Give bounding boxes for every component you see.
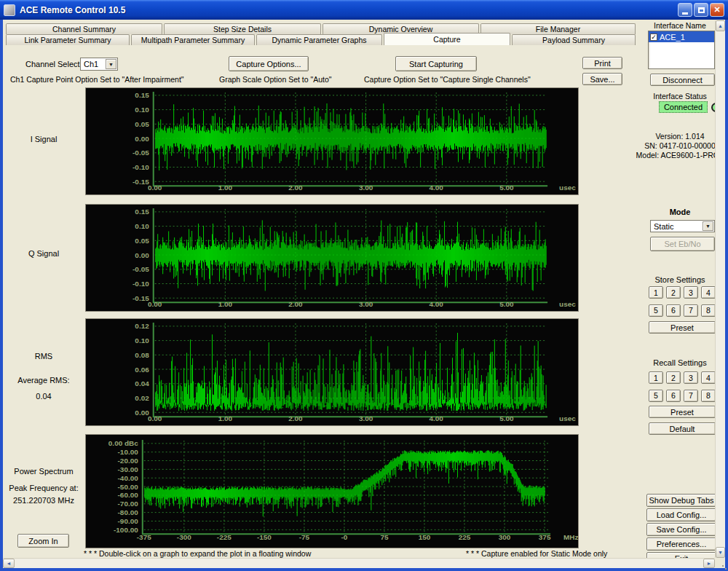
resize-grip[interactable] bbox=[715, 558, 725, 568]
svg-text:-20.00: -20.00 bbox=[118, 457, 139, 465]
recall-button-5[interactable]: 5 bbox=[649, 390, 663, 402]
channel-select-combo[interactable]: Ch1 ▼ bbox=[80, 58, 118, 71]
svg-text:-60.00: -60.00 bbox=[118, 491, 139, 499]
interface-list-item[interactable]: ✓ ACE_1 bbox=[649, 31, 714, 42]
recall-button-2[interactable]: 2 bbox=[666, 371, 681, 384]
recall-button-3[interactable]: 3 bbox=[684, 371, 698, 384]
svg-text:1.00: 1.00 bbox=[218, 414, 233, 422]
start-capturing-button[interactable]: Start Capturing bbox=[395, 56, 477, 71]
grip-dots-icon bbox=[722, 565, 724, 567]
store-button-2[interactable]: 2 bbox=[666, 286, 681, 299]
tab-channel-summary[interactable]: Channel Summary bbox=[6, 23, 162, 34]
recall-button-1[interactable]: 1 bbox=[649, 371, 663, 384]
power-spectrum-svg: 0.00 dBc-10.00-20.00-30.00-40.00-50.00-6… bbox=[86, 435, 578, 548]
chevron-down-icon[interactable]: ▼ bbox=[703, 221, 713, 231]
store-button-8[interactable]: 8 bbox=[701, 304, 716, 317]
recall-button-7[interactable]: 7 bbox=[684, 390, 698, 402]
store-button-5[interactable]: 5 bbox=[649, 304, 663, 317]
store-button-4[interactable]: 4 bbox=[701, 286, 716, 299]
svg-text:0.04: 0.04 bbox=[135, 379, 149, 387]
capture-point-status: Ch1 Capture Point Option Set to "After I… bbox=[10, 75, 184, 84]
rms-label: RMS bbox=[7, 352, 80, 361]
print-button[interactable]: Print bbox=[582, 57, 622, 69]
version-text: Version: 1.014 bbox=[641, 132, 719, 141]
svg-text:0.00: 0.00 bbox=[135, 251, 149, 259]
minimize-button[interactable] bbox=[678, 3, 692, 17]
svg-text:0.15: 0.15 bbox=[135, 91, 149, 99]
titlebar[interactable]: ACE Remote Control 10.5 ✕ bbox=[0, 0, 728, 20]
recall-preset-button[interactable]: Preset bbox=[649, 406, 716, 418]
svg-text:150: 150 bbox=[419, 533, 431, 541]
recall-button-4[interactable]: 4 bbox=[701, 371, 716, 384]
interface-listbox[interactable]: ✓ ACE_1 bbox=[648, 31, 715, 69]
power-spectrum-plot[interactable]: 0.00 dBc-10.00-20.00-30.00-40.00-50.00-6… bbox=[85, 434, 579, 548]
horizontal-scrollbar[interactable]: ◄ ► bbox=[3, 558, 715, 568]
svg-text:75: 75 bbox=[380, 533, 389, 541]
svg-text:-0.15: -0.15 bbox=[132, 294, 149, 302]
rms-plot[interactable]: 0.120.100.080.060.040.020.000.001.002.00… bbox=[85, 318, 579, 426]
close-button[interactable]: ✕ bbox=[710, 3, 724, 17]
svg-text:2.00: 2.00 bbox=[288, 300, 303, 308]
svg-text:-50.00: -50.00 bbox=[118, 483, 139, 491]
svg-text:-0.10: -0.10 bbox=[132, 280, 149, 288]
svg-text:-90.00: -90.00 bbox=[118, 517, 139, 525]
store-preset-button[interactable]: Preset bbox=[649, 321, 716, 334]
vertical-scrollbar[interactable]: ▲ ▼ bbox=[715, 20, 725, 558]
store-button-7[interactable]: 7 bbox=[684, 304, 698, 317]
channel-select-value: Ch1 bbox=[84, 60, 98, 68]
tab-payload-summary[interactable]: Payload Summary bbox=[512, 34, 636, 45]
power-spectrum-label: Power Spectrum bbox=[1, 467, 86, 476]
recall-button-8[interactable]: 8 bbox=[701, 390, 716, 402]
tab-link-parameter-summary[interactable]: Link Parameter Summary bbox=[6, 34, 130, 45]
zoom-in-button[interactable]: Zoom In bbox=[17, 534, 69, 548]
svg-text:0.00: 0.00 bbox=[135, 135, 149, 143]
svg-text:-0.05: -0.05 bbox=[132, 149, 149, 157]
set-ebno-button[interactable]: Set Eb/No bbox=[650, 237, 715, 251]
svg-text:0.02: 0.02 bbox=[135, 394, 149, 402]
q-signal-plot[interactable]: 0.150.100.050.00-0.05-0.10-0.150.001.002… bbox=[85, 204, 579, 312]
svg-text:0.06: 0.06 bbox=[135, 366, 149, 374]
disconnect-button[interactable]: Disconnect bbox=[650, 74, 715, 86]
store-button-3[interactable]: 3 bbox=[684, 286, 698, 299]
show-debug-tabs-button[interactable]: Show Debug Tabs bbox=[646, 494, 716, 507]
store-button-6[interactable]: 6 bbox=[666, 304, 681, 317]
footer-note-left: * * * Double-click on a graph to expand … bbox=[84, 549, 311, 558]
store-button-1[interactable]: 1 bbox=[649, 286, 663, 299]
scroll-down-icon[interactable]: ▼ bbox=[716, 547, 725, 558]
svg-text:-375: -375 bbox=[137, 533, 151, 541]
status-badge: Connected bbox=[659, 101, 708, 113]
default-button[interactable]: Default bbox=[649, 422, 716, 435]
svg-text:0.05: 0.05 bbox=[135, 237, 149, 245]
tab-multipath-parameter-summary[interactable]: Multipath Parameter Summary bbox=[131, 34, 255, 45]
close-icon: ✕ bbox=[713, 6, 720, 14]
chevron-down-icon[interactable]: ▼ bbox=[106, 59, 116, 69]
scroll-left-icon[interactable]: ◄ bbox=[3, 559, 15, 568]
load-config-button[interactable]: Load Config... bbox=[646, 508, 716, 521]
tab-dynamic-parameter-graphs[interactable]: Dynamic Parameter Graphs bbox=[256, 34, 382, 45]
svg-text:-0.05: -0.05 bbox=[132, 265, 149, 273]
svg-text:-150: -150 bbox=[257, 533, 272, 541]
minimize-icon bbox=[682, 12, 688, 15]
recall-settings-label: Recall Settings bbox=[644, 358, 716, 367]
svg-text:5.00: 5.00 bbox=[499, 414, 514, 422]
save-button[interactable]: Save... bbox=[582, 73, 622, 85]
save-config-button[interactable]: Save Config... bbox=[646, 523, 716, 536]
tab-capture[interactable]: Capture bbox=[384, 33, 510, 45]
window-border-right bbox=[725, 20, 728, 571]
mode-combo[interactable]: Static ▼ bbox=[650, 220, 715, 232]
tab-step-size-details[interactable]: Step Size Details bbox=[164, 23, 321, 34]
preferences-button[interactable]: Preferences... bbox=[646, 537, 716, 551]
channel-select-label: Channel Select: bbox=[25, 60, 82, 68]
svg-text:5.00: 5.00 bbox=[499, 300, 514, 308]
svg-text:MHz: MHz bbox=[563, 533, 578, 541]
svg-text:0.15: 0.15 bbox=[135, 208, 149, 216]
scroll-up-icon[interactable]: ▲ bbox=[716, 20, 725, 31]
checkbox-icon[interactable]: ✓ bbox=[650, 34, 657, 41]
serial-number-text: SN: 0417-010-00000 bbox=[638, 141, 722, 150]
capture-options-button[interactable]: Capture Options... bbox=[229, 56, 309, 71]
scroll-right-icon[interactable]: ► bbox=[703, 559, 715, 568]
i-signal-plot[interactable]: 0.150.100.050.00-0.05-0.10-0.150.001.002… bbox=[85, 87, 579, 195]
recall-button-6[interactable]: 6 bbox=[666, 390, 681, 402]
maximize-button[interactable] bbox=[694, 3, 708, 17]
tab-row-1: Channel SummaryStep Size DetailsDynamic … bbox=[6, 23, 638, 34]
